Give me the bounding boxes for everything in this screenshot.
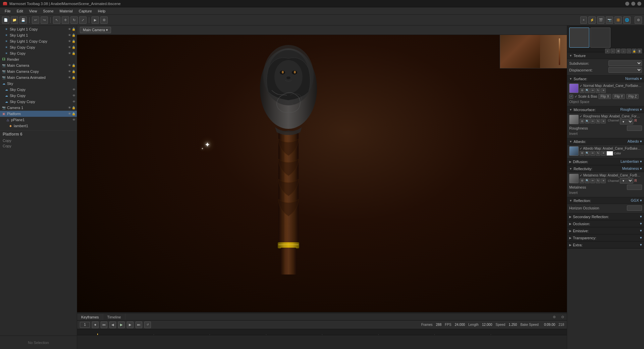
window-controls[interactable] <box>625 2 641 6</box>
tree-item-sky-copy[interactable]: ☀ Sky Copy 👁🔒 <box>0 50 77 56</box>
keyframe-btn[interactable]: ◆ <box>92 321 99 328</box>
maximize-button[interactable] <box>631 2 635 6</box>
toolbar-undo[interactable]: ↩ <box>32 16 39 24</box>
tree-item-sky-light-1[interactable]: ☀ Sky Light 1 👁🔒 <box>0 32 77 38</box>
roughness-map-thumb[interactable] <box>569 115 579 124</box>
transparency-header[interactable]: ▶ Transparency: ▾ <box>567 235 644 241</box>
toolbar-render[interactable]: ▶ <box>92 16 99 24</box>
toolbar-add[interactable]: + <box>580 16 587 24</box>
toolbar-extra2[interactable]: 🎬 <box>597 16 604 24</box>
horizon-value-input[interactable]: 1.0 <box>627 205 642 211</box>
prev-keyframe-btn[interactable]: ⏮ <box>101 321 107 328</box>
tree-item-camera1[interactable]: 📷 Camera 1 👁🔒 <box>0 105 77 111</box>
metal-refresh-btn[interactable]: ↻ <box>596 179 600 183</box>
surface-section-header[interactable]: ▼ Surface: Normals ▾ <box>567 76 644 82</box>
camera-dropdown[interactable]: Main Camera ▾ <box>80 27 111 33</box>
albedo-search-btn[interactable]: 🔍 <box>585 151 590 156</box>
surface-value[interactable]: Normals ▾ <box>625 77 642 81</box>
menu-file[interactable]: File <box>2 8 13 14</box>
toolbar-extra4[interactable]: 🔆 <box>614 16 622 24</box>
rough-refresh-btn[interactable]: ↻ <box>596 119 600 123</box>
tree-item-lambert1[interactable]: ◆ lambert1 <box>0 123 77 129</box>
rough-edit-btn[interactable]: ✏ <box>590 119 595 123</box>
normal-map-clear-btn[interactable]: ✕ <box>601 88 606 93</box>
frame-number-input[interactable] <box>80 322 90 328</box>
microsurface-value[interactable]: Roughness ▾ <box>620 107 642 112</box>
transparency-dd[interactable]: ▾ <box>640 236 642 240</box>
reflectivity-value[interactable]: Metalness ▾ <box>622 166 642 171</box>
reflection-value[interactable]: GGX ▾ <box>631 198 642 203</box>
metal-edit-btn[interactable]: ✏ <box>590 179 595 183</box>
menu-capture[interactable]: Capture <box>76 8 95 14</box>
metalness-map-thumb[interactable] <box>569 174 579 183</box>
albedo-value[interactable]: Albedo ▾ <box>628 139 642 144</box>
loop-btn[interactable]: ↺ <box>144 321 151 328</box>
menu-help[interactable]: Help <box>95 8 108 14</box>
microsurface-header[interactable]: ▼ Microsurface: Roughness ▾ <box>567 106 644 113</box>
emissive-dd[interactable]: ▾ <box>640 229 642 233</box>
albedo-map-thumb[interactable] <box>569 146 579 156</box>
flip-x-btn[interactable]: Flip X <box>598 94 611 99</box>
toolbar-rotate[interactable]: ↻ <box>70 16 78 24</box>
tree-item-sky-light-copy-copy[interactable]: ☀ Sky Light 1 Copy Copy 👁🔒 <box>0 38 77 44</box>
metal-settings-btn[interactable]: ⚙ <box>580 179 584 183</box>
tree-item-main-camera-animated[interactable]: 📷 Main Camera Animated 👁🔒 <box>0 74 77 81</box>
prev-frame-btn[interactable]: ◀ <box>109 321 116 328</box>
tree-item-sky[interactable]: ☁ Sky <box>0 81 77 87</box>
menu-view[interactable]: View <box>26 8 40 14</box>
metal-search-btn[interactable]: 🔍 <box>585 179 590 183</box>
tree-item-platform[interactable]: ▣ Platform 👁🔒 <box>0 111 77 117</box>
thumb-import[interactable]: ↓ <box>621 49 626 53</box>
minimize-button[interactable] <box>625 2 629 6</box>
secondary-reflection-header[interactable]: ▶ Secondary Reflection: ▾ <box>567 213 644 220</box>
albedo-clear-btn[interactable]: ✕ <box>601 151 606 156</box>
albedo-color-swatch[interactable] <box>606 151 613 156</box>
tree-item-pplane1[interactable]: △ pPlane1 👁 <box>0 117 77 123</box>
albedo-edit-btn[interactable]: ✏ <box>590 151 595 156</box>
metal-clear-btn[interactable]: ✕ <box>601 179 606 183</box>
timeline-collapse-btn[interactable]: ⊖ <box>558 315 567 319</box>
menu-scene[interactable]: Scene <box>40 8 56 14</box>
occlusion-header[interactable]: ▶ Occlusion: ▾ <box>567 220 644 227</box>
tree-item-render[interactable]: 🎞 Render <box>0 56 77 62</box>
toolbar-scale[interactable]: ⤢ <box>79 16 87 24</box>
tree-item-sky-light-1-copy[interactable]: ☀ Sky Light 1 Copy 👁🔒 <box>0 26 77 32</box>
toolbar-settings[interactable]: ⚙ <box>100 16 108 24</box>
channel-select[interactable]: ▾ <box>620 119 633 124</box>
tree-item-sky-copy1[interactable]: ☁ Sky Copy 👁 <box>0 87 77 93</box>
normal-map-search-btn[interactable]: 🔍 <box>585 88 590 93</box>
toolbar-extra3[interactable]: 📷 <box>606 16 613 24</box>
flip-z-btn[interactable]: Flip Z <box>626 94 639 99</box>
tab-timeline[interactable]: Timeline <box>103 314 125 320</box>
normal-map-thumb[interactable] <box>569 84 579 93</box>
flip-y-btn[interactable]: Flip Y <box>612 94 625 99</box>
tree-item-main-camera[interactable]: 📷 Main Camera 👁🔒 <box>0 62 77 68</box>
metalness-value-input[interactable]: 0.98 <box>627 185 642 190</box>
toolbar-extra1[interactable]: ⚡ <box>588 16 596 24</box>
thumb-trash[interactable]: 🗑 <box>637 49 642 53</box>
texture-section-header[interactable]: ▼ Texture <box>567 52 644 59</box>
timeline-expand-btn[interactable]: ⊕ <box>550 315 558 319</box>
rough-search-btn[interactable]: 🔍 <box>585 119 590 123</box>
toolbar-open[interactable]: 📁 <box>11 16 18 24</box>
albedo-settings-btn[interactable]: ⚙ <box>580 151 584 156</box>
tree-item-sky-copy2[interactable]: ☁ Sky Copy 👁 <box>0 93 77 99</box>
thumb-lock[interactable]: 🔒 <box>632 49 637 53</box>
thumb-slot-2[interactable] <box>590 28 610 48</box>
reflection-header[interactable]: ▼ Reflection: GGX ▾ <box>567 197 644 204</box>
roughness-value-input[interactable]: 1.0 <box>627 126 642 131</box>
rough-settings-btn[interactable]: ⚙ <box>580 119 584 123</box>
toolbar-move[interactable]: ✛ <box>62 16 69 24</box>
subdivision-select[interactable] <box>608 60 642 66</box>
thumb-add[interactable]: + <box>605 49 610 53</box>
displacement-select[interactable] <box>608 67 642 73</box>
thumb-slot-1[interactable] <box>569 28 589 48</box>
tree-item-sky-copy-copy[interactable]: ☀ Sky Copy Copy 👁🔒 <box>0 44 77 50</box>
albedo-header[interactable]: ▼ Albedo: Albedo ▾ <box>567 138 644 145</box>
toolbar-extra5[interactable]: 🌐 <box>623 16 631 24</box>
menu-edit[interactable]: Edit <box>14 8 26 14</box>
normal-map-settings-btn[interactable]: ⚙ <box>580 88 584 93</box>
viewport-canvas[interactable]: ✦ ⋆ <box>77 35 567 312</box>
thumb-config[interactable]: ⚙ <box>616 49 621 53</box>
normal-map-edit-btn[interactable]: ✏ <box>590 88 595 93</box>
